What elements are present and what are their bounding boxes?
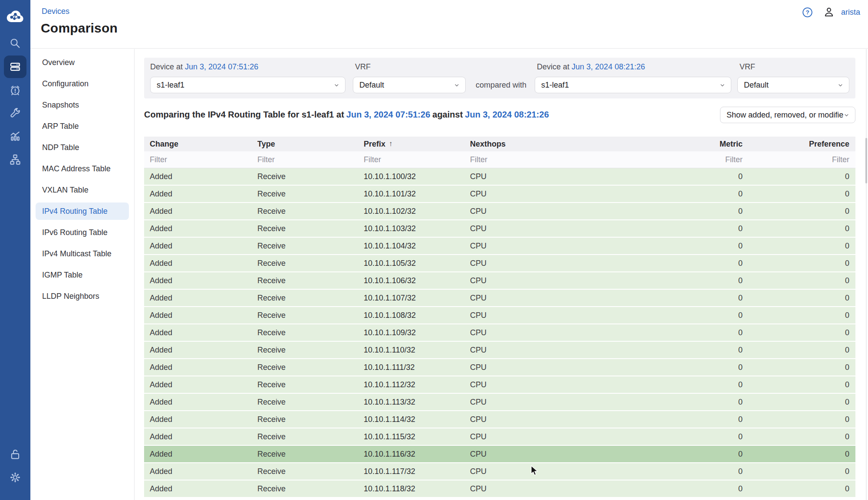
sort-ascending-icon: ↑: [389, 140, 393, 148]
column-header-type[interactable]: Type: [252, 140, 358, 149]
cell-metric: 0: [679, 346, 749, 355]
table-row[interactable]: AddedReceive10.10.1.110/32CPU00: [144, 342, 855, 359]
cell-metric: 0: [679, 363, 749, 372]
nav-item-ndp-table[interactable]: NDP Table: [36, 139, 129, 156]
nav-item-ipv6-routing-table[interactable]: IPv6 Routing Table: [36, 224, 129, 241]
filter-input-preference[interactable]: Filter: [749, 155, 855, 164]
table-row[interactable]: AddedReceive10.10.1.107/32CPU00: [144, 290, 855, 307]
metrics-icon[interactable]: [0, 127, 30, 146]
cell-nexthops: CPU: [464, 450, 679, 459]
compared-with-label: compared with: [476, 81, 526, 90]
cell-preference: 0: [749, 432, 855, 441]
mouse-cursor: [530, 465, 541, 477]
right-device-select[interactable]: s1-leaf1: [535, 77, 731, 93]
table-row[interactable]: AddedReceive10.10.1.103/32CPU00: [144, 220, 855, 238]
right-device-label: Device at Jun 3, 2024 08:21:26: [537, 62, 645, 72]
cell-metric: 0: [679, 467, 749, 476]
cell-change: Added: [144, 328, 252, 337]
filter-input-metric[interactable]: Filter: [679, 155, 749, 164]
cell-change: Added: [144, 190, 252, 199]
nav-item-lldp-neighbors[interactable]: LLDP Neighbors: [36, 288, 129, 305]
table-row[interactable]: AddedReceive10.10.1.108/32CPU00: [144, 307, 855, 324]
cell-preference: 0: [749, 363, 855, 372]
cell-change: Added: [144, 450, 252, 459]
filter-input-nexthops[interactable]: Filter: [464, 155, 679, 164]
cell-type: Receive: [252, 432, 358, 441]
cell-prefix: 10.10.1.104/32: [358, 242, 464, 251]
cell-preference: 0: [749, 242, 855, 251]
breadcrumb[interactable]: Devices: [42, 7, 69, 16]
sidebar: [0, 0, 30, 500]
cell-nexthops: CPU: [464, 328, 679, 337]
cell-metric: 0: [679, 328, 749, 337]
cell-type: Receive: [252, 207, 358, 216]
column-header-change[interactable]: Change: [144, 140, 252, 149]
table-row[interactable]: AddedReceive10.10.1.118/32CPU00: [144, 480, 855, 498]
cell-type: Receive: [252, 172, 358, 181]
table-row[interactable]: AddedReceive10.10.1.111/32CPU00: [144, 359, 855, 376]
table-row[interactable]: AddedReceive10.10.1.115/32CPU00: [144, 428, 855, 446]
table-row[interactable]: AddedReceive10.10.1.112/32CPU00: [144, 376, 855, 394]
events-icon[interactable]: [0, 81, 30, 100]
nav-item-configuration[interactable]: Configuration: [36, 75, 129, 92]
left-vrf-value: Default: [359, 81, 454, 90]
settings-icon[interactable]: [0, 468, 30, 487]
column-header-nexthops[interactable]: Nexthops: [464, 140, 679, 149]
filter-input-type[interactable]: Filter: [252, 155, 358, 164]
table-row[interactable]: AddedReceive10.10.1.102/32CPU00: [144, 203, 855, 220]
svg-text:?: ?: [806, 9, 809, 16]
column-header-preference[interactable]: Preference: [749, 140, 855, 149]
cell-nexthops: CPU: [464, 415, 679, 424]
table-row[interactable]: AddedReceive10.10.1.101/32CPU00: [144, 186, 855, 203]
lock-open-icon[interactable]: [0, 445, 30, 464]
search-icon[interactable]: [0, 34, 30, 53]
table-row[interactable]: AddedReceive10.10.1.116/32CPU00: [144, 446, 855, 463]
right-device-value: s1-leaf1: [541, 81, 719, 90]
right-device-timestamp-link[interactable]: Jun 3, 2024 08:21:26: [572, 62, 645, 71]
cell-metric: 0: [679, 450, 749, 459]
cloudvision-logo[interactable]: [0, 5, 30, 27]
scrollbar-track[interactable]: [866, 49, 867, 500]
table-row[interactable]: AddedReceive10.10.1.113/32CPU00: [144, 394, 855, 411]
table-row[interactable]: AddedReceive10.10.1.100/32CPU00: [144, 168, 855, 186]
nav-item-ipv4-multicast-table[interactable]: IPv4 Multicast Table: [36, 245, 129, 262]
nav-item-overview[interactable]: Overview: [36, 54, 129, 71]
column-header-prefix[interactable]: Prefix↑: [358, 140, 464, 149]
table-row[interactable]: AddedReceive10.10.1.117/32CPU00: [144, 463, 855, 480]
filter-input-prefix[interactable]: Filter: [358, 155, 464, 164]
user-icon[interactable]: [823, 6, 835, 18]
heading-timestamp-2[interactable]: Jun 3, 2024 08:21:26: [465, 110, 549, 120]
cell-prefix: 10.10.1.110/32: [358, 346, 464, 355]
show-changes-select[interactable]: Show added, removed, or modified: [720, 107, 855, 123]
nav-item-arp-table[interactable]: ARP Table: [36, 118, 129, 135]
provisioning-icon[interactable]: [0, 104, 30, 123]
devices-icon[interactable]: [4, 56, 26, 78]
left-device-select[interactable]: s1-leaf1: [150, 77, 345, 93]
left-vrf-select[interactable]: Default: [353, 77, 466, 93]
table-row[interactable]: AddedReceive10.10.1.105/32CPU00: [144, 255, 855, 272]
table-row[interactable]: AddedReceive10.10.1.104/32CPU00: [144, 238, 855, 255]
table-row[interactable]: AddedReceive10.10.1.109/32CPU00: [144, 324, 855, 342]
filter-input-change[interactable]: Filter: [144, 155, 252, 164]
table-row[interactable]: AddedReceive10.10.1.106/32CPU00: [144, 272, 855, 290]
nav-item-snapshots[interactable]: Snapshots: [36, 96, 129, 114]
cell-prefix: 10.10.1.117/32: [358, 467, 464, 476]
username[interactable]: arista: [841, 8, 860, 17]
column-header-metric[interactable]: Metric: [679, 140, 749, 149]
cell-nexthops: CPU: [464, 242, 679, 251]
nav-item-igmp-table[interactable]: IGMP Table: [36, 266, 129, 284]
nav-item-vxlan-table[interactable]: VXLAN Table: [36, 181, 129, 199]
topology-icon[interactable]: [0, 150, 30, 169]
help-icon[interactable]: ?: [802, 7, 813, 18]
cell-prefix: 10.10.1.111/32: [358, 363, 464, 372]
heading-timestamp-1[interactable]: Jun 3, 2024 07:51:26: [346, 110, 430, 120]
comparison-heading: Comparing the IPv4 Routing Table for s1-…: [144, 110, 549, 120]
left-device-timestamp-link[interactable]: Jun 3, 2024 07:51:26: [185, 62, 258, 71]
nav-item-ipv4-routing-table[interactable]: IPv4 Routing Table: [36, 203, 129, 220]
cell-type: Receive: [252, 190, 358, 199]
table-header-row: ChangeTypePrefix↑NexthopsMetricPreferenc…: [144, 137, 855, 151]
table-row[interactable]: AddedReceive10.10.1.114/32CPU00: [144, 411, 855, 428]
right-vrf-select[interactable]: Default: [737, 77, 849, 93]
scrollbar-thumb[interactable]: [865, 138, 867, 183]
nav-item-mac-address-table[interactable]: MAC Address Table: [36, 160, 129, 177]
